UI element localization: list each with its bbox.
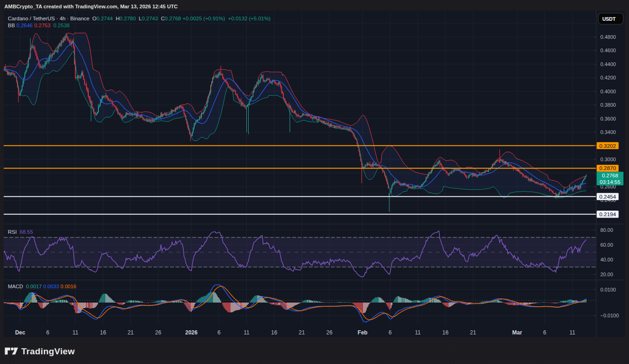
svg-text:21: 21 (470, 329, 476, 336)
svg-text:6: 6 (389, 329, 392, 336)
svg-text:0.4200: 0.4200 (600, 75, 616, 80)
svg-text:0.4000: 0.4000 (600, 89, 616, 94)
svg-text:60.00: 60.00 (600, 242, 613, 248)
svg-text:6: 6 (217, 329, 220, 336)
svg-text:0.2870: 0.2870 (599, 165, 617, 171)
svg-text:16: 16 (100, 329, 106, 336)
svg-text:0.3000: 0.3000 (600, 157, 616, 162)
svg-text:16: 16 (442, 329, 449, 336)
svg-text:0.3600: 0.3600 (600, 116, 616, 121)
svg-text:20.00: 20.00 (600, 272, 613, 277)
svg-text:0.2194: 0.2194 (599, 211, 617, 218)
svg-text:6: 6 (543, 329, 546, 336)
svg-text:MACD 0.0017 0.0033 0.0016: MACD 0.0017 0.0033 0.0016 (8, 284, 76, 289)
svg-text:0.4400: 0.4400 (600, 61, 616, 67)
svg-text:40.00: 40.00 (600, 257, 613, 262)
svg-text:BB 0.2646 0.2753 0.2538: BB 0.2646 0.2753 0.2538 (8, 23, 70, 28)
svg-text:21: 21 (128, 329, 134, 336)
svg-text:11: 11 (569, 329, 575, 336)
svg-text:RSI 68.55: RSI 68.55 (8, 229, 33, 235)
svg-text:0.4800: 0.4800 (600, 34, 616, 40)
svg-text:Mar: Mar (512, 329, 522, 336)
svg-text:0.2454: 0.2454 (599, 194, 617, 200)
svg-text:6: 6 (46, 329, 49, 336)
svg-text:16: 16 (271, 329, 278, 336)
svg-text:TradingView: TradingView (21, 346, 75, 356)
svg-text:Feb: Feb (358, 329, 367, 336)
svg-text:11: 11 (73, 329, 79, 336)
svg-text:−0.0100: −0.0100 (600, 313, 619, 318)
svg-text:11: 11 (244, 329, 250, 336)
svg-text:21: 21 (299, 329, 305, 336)
svg-text:0.3400: 0.3400 (600, 129, 616, 135)
svg-text:Cardano / TetherUS · 4h · Bina: Cardano / TetherUS · 4h · Binance O0.274… (8, 16, 271, 21)
svg-text:26: 26 (155, 329, 162, 336)
svg-text:AMBCrypto_TA created with Trad: AMBCrypto_TA created with TradingView.co… (5, 4, 178, 9)
svg-text:0.2768: 0.2768 (602, 173, 618, 178)
svg-text:11: 11 (415, 329, 421, 336)
svg-text:Dec: Dec (15, 329, 25, 336)
svg-text:0.3800: 0.3800 (600, 102, 616, 108)
svg-text:USDT: USDT (602, 16, 616, 22)
svg-text:03:14:55: 03:14:55 (600, 179, 621, 185)
svg-text:2026: 2026 (185, 329, 198, 336)
svg-text:0.4600: 0.4600 (600, 48, 616, 53)
svg-text:0.0100: 0.0100 (600, 287, 616, 292)
svg-text:0.3202: 0.3202 (599, 143, 616, 149)
svg-text:26: 26 (326, 329, 333, 336)
svg-text:80.00: 80.00 (600, 227, 613, 233)
